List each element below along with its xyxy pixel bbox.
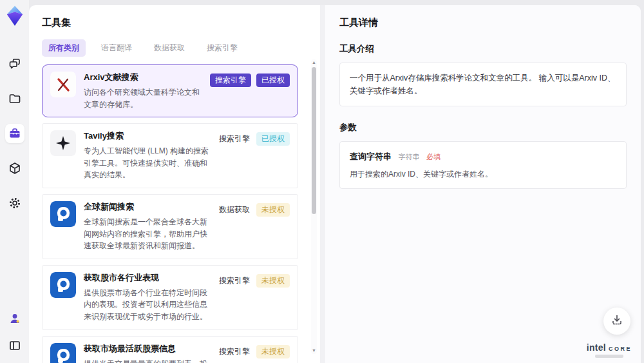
- auth-status-badge: 未授权: [256, 203, 290, 217]
- brand-core-text: CORE: [609, 346, 632, 352]
- category-badge: 搜索引擎: [218, 345, 251, 358]
- category-tabs: 所有类别语言翻译数据获取搜索引擎: [42, 39, 308, 57]
- sidebar-item-files[interactable]: [5, 89, 24, 108]
- tool-name: 全球新闻搜索: [84, 201, 210, 213]
- globe-news-icon: [50, 272, 76, 298]
- tool-card-body: 获取股市各行业表现提供股票市场各个行业在特定时间段内的表现。投资者可以利用这些信…: [84, 272, 210, 323]
- page-title: 工具集: [42, 17, 308, 29]
- download-button[interactable]: [603, 308, 630, 335]
- tool-badges: 搜索引擎已授权: [210, 72, 290, 87]
- tool-details-panel: 工具详情 工具介绍 一个用于从Arxiv存储库搜索科学论文和文章的工具。 输入可…: [325, 5, 641, 363]
- brand-intel-text: intel: [587, 342, 606, 353]
- left-rail: [0, 0, 29, 363]
- intro-box: 一个用于从Arxiv存储库搜索科学论文和文章的工具。 输入可以是Arxiv ID…: [339, 63, 627, 106]
- params-heading: 参数: [339, 122, 627, 133]
- tool-name: 获取股市各行业表现: [84, 272, 210, 284]
- globe-news-icon: [50, 343, 76, 363]
- folder-icon: [8, 92, 22, 106]
- auth-status-badge: 已授权: [256, 74, 290, 87]
- category-badge: 搜索引擎: [210, 74, 251, 87]
- tool-card[interactable]: 获取股市各行业表现提供股票市场各个行业在特定时间段内的表现。投资者可以利用这些信…: [42, 265, 298, 330]
- intel-core-logo: intel CORE: [587, 342, 632, 358]
- scroll-thumb[interactable]: [312, 67, 316, 214]
- param-name: 查询字符串: [350, 152, 392, 161]
- tool-card-body: 获取市场最活跃股票信息提供当天交易量最高的股票列表，投资者可以利用这些信息来识别…: [84, 343, 210, 363]
- tool-badges: 搜索引擎未授权: [218, 343, 290, 358]
- download-icon: [611, 313, 623, 329]
- toolset-panel: 工具集 所有类别语言翻译数据获取搜索引擎 Arxiv文献搜索访问各个研究领域大量…: [29, 5, 320, 363]
- auth-status-badge: 未授权: [256, 274, 290, 288]
- tool-description: 全球新闻搜索是一个聚合全球各大新闻网站内容的搜索引擎，帮助用户快速获取全球最新资…: [84, 216, 210, 252]
- auth-status-badge: 未授权: [256, 345, 290, 358]
- param-type: 字符串: [398, 153, 419, 161]
- brand-subtext-blur: [595, 355, 623, 358]
- sidebar-item-chat[interactable]: [5, 54, 24, 74]
- tool-description: 提供当天交易量最高的股票列表，投资者可以利用这些信息来识别流动性强的股票和潜在的…: [84, 358, 210, 363]
- details-title: 工具详情: [339, 17, 627, 29]
- param-desc: 用于搜索的Arxiv ID、关键字或作者姓名。: [350, 168, 616, 180]
- tool-name: Arxiv文献搜索: [84, 72, 202, 83]
- sidebar-item-collapse[interactable]: [5, 336, 24, 355]
- panel-divider: [320, 5, 325, 363]
- chat-icon: [8, 57, 22, 71]
- category-badge: 搜索引擎: [218, 132, 251, 146]
- tab-translate[interactable]: 语言翻译: [95, 39, 138, 57]
- sidebar-item-profile[interactable]: [5, 309, 24, 328]
- tool-card-body: Tavily搜索专为人工智能代理 (LLM) 构建的搜索引擎工具。可快速提供实时…: [84, 130, 210, 181]
- tool-description: 提供股票市场各个行业在特定时间段内的表现。投资者可以利用这些信息来识别表现优于或…: [84, 287, 210, 323]
- tool-name: 获取市场最活跃股票信息: [84, 343, 210, 355]
- category-badge: 数据获取: [218, 203, 251, 217]
- gear-icon: [8, 196, 22, 210]
- param-required-badge: 必填: [426, 153, 440, 161]
- tool-list: Arxiv文献搜索访问各个研究领域大量科学论文和文章的存储库。搜索引擎已授权Ta…: [42, 64, 308, 363]
- scroll-up-arrow[interactable]: ▲: [312, 59, 316, 66]
- tab-search[interactable]: 搜索引擎: [200, 39, 244, 57]
- intro-text: 一个用于从Arxiv存储库搜索科学论文和文章的工具。 输入可以是Arxiv ID…: [350, 72, 616, 97]
- diamond-logo[interactable]: [5, 5, 24, 30]
- globe-news-icon: [50, 201, 76, 227]
- param-header: 查询字符串 字符串 必填: [350, 150, 616, 162]
- tool-card-body: 全球新闻搜索全球新闻搜索是一个聚合全球各大新闻网站内容的搜索引擎，帮助用户快速获…: [84, 201, 210, 252]
- user-icon: [8, 312, 21, 325]
- tool-card[interactable]: Tavily搜索专为人工智能代理 (LLM) 构建的搜索引擎工具。可快速提供实时…: [42, 123, 298, 188]
- tool-card[interactable]: 获取市场最活跃股票信息提供当天交易量最高的股票列表，投资者可以利用这些信息来识别…: [42, 336, 298, 363]
- main-panel: 工具集 所有类别语言翻译数据获取搜索引擎 Arxiv文献搜索访问各个研究领域大量…: [29, 5, 641, 363]
- tool-badges: 搜索引擎未授权: [218, 272, 290, 288]
- arxiv-icon: [50, 72, 76, 97]
- cube-icon: [8, 161, 22, 175]
- tab-all[interactable]: 所有类别: [42, 39, 86, 57]
- panel-icon: [8, 339, 21, 352]
- sidebar-item-models[interactable]: [5, 159, 24, 178]
- tool-description: 访问各个研究领域大量科学论文和文章的存储库。: [84, 86, 202, 110]
- tool-description: 专为人工智能代理 (LLM) 构建的搜索引擎工具。可快速提供实时、准确和真实的结…: [84, 145, 210, 181]
- intro-heading: 工具介绍: [339, 43, 627, 55]
- sparkle-icon: [50, 130, 76, 156]
- category-badge: 搜索引擎: [218, 274, 251, 288]
- toolbox-icon: [8, 127, 21, 140]
- param-box: 查询字符串 字符串 必填 用于搜索的Arxiv ID、关键字或作者姓名。: [339, 141, 627, 189]
- tool-card[interactable]: 全球新闻搜索全球新闻搜索是一个聚合全球各大新闻网站内容的搜索引擎，帮助用户快速获…: [42, 194, 298, 259]
- sidebar-item-tools[interactable]: [5, 124, 24, 143]
- auth-status-badge: 已授权: [256, 132, 290, 146]
- tab-data[interactable]: 数据获取: [147, 39, 191, 57]
- scroll-down-arrow[interactable]: ▼: [312, 348, 316, 354]
- tool-name: Tavily搜索: [84, 130, 210, 142]
- rail-nav: [5, 54, 24, 213]
- rail-bottom: [5, 309, 24, 355]
- tool-card-body: Arxiv文献搜索访问各个研究领域大量科学论文和文章的存储库。: [84, 72, 202, 110]
- tool-badges: 数据获取未授权: [218, 201, 290, 217]
- sidebar-item-settings[interactable]: [5, 193, 24, 213]
- tool-card[interactable]: Arxiv文献搜索访问各个研究领域大量科学论文和文章的存储库。搜索引擎已授权: [42, 64, 298, 117]
- tool-badges: 搜索引擎已授权: [218, 130, 290, 146]
- scrollbar[interactable]: ▲ ▼: [311, 59, 317, 354]
